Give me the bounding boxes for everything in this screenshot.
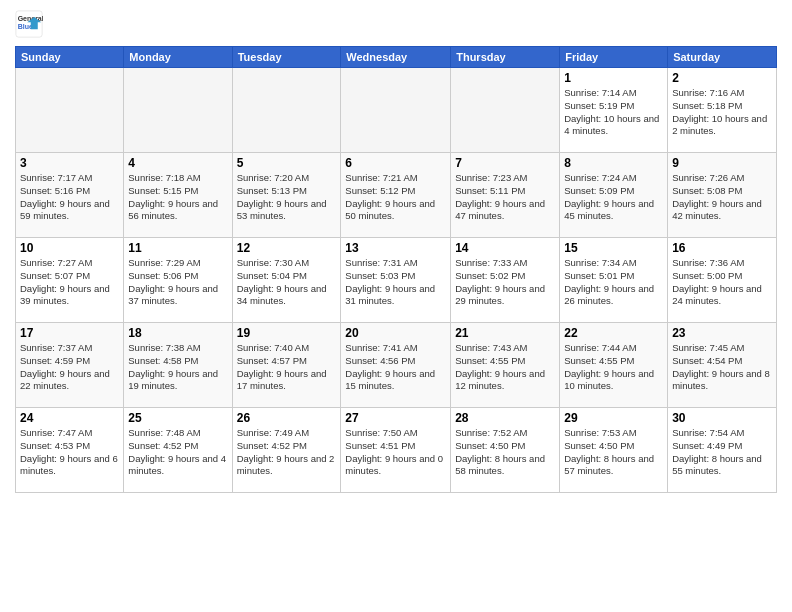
day-info: Sunrise: 7:38 AM Sunset: 4:58 PM Dayligh… xyxy=(128,342,227,393)
day-info: Sunrise: 7:18 AM Sunset: 5:15 PM Dayligh… xyxy=(128,172,227,223)
calendar-cell: 18Sunrise: 7:38 AM Sunset: 4:58 PM Dayli… xyxy=(124,323,232,408)
calendar-cell: 16Sunrise: 7:36 AM Sunset: 5:00 PM Dayli… xyxy=(668,238,777,323)
calendar-cell: 9Sunrise: 7:26 AM Sunset: 5:08 PM Daylig… xyxy=(668,153,777,238)
day-info: Sunrise: 7:50 AM Sunset: 4:51 PM Dayligh… xyxy=(345,427,446,478)
day-number: 10 xyxy=(20,241,119,255)
day-number: 30 xyxy=(672,411,772,425)
day-info: Sunrise: 7:24 AM Sunset: 5:09 PM Dayligh… xyxy=(564,172,663,223)
day-info: Sunrise: 7:31 AM Sunset: 5:03 PM Dayligh… xyxy=(345,257,446,308)
day-info: Sunrise: 7:36 AM Sunset: 5:00 PM Dayligh… xyxy=(672,257,772,308)
day-number: 18 xyxy=(128,326,227,340)
day-number: 16 xyxy=(672,241,772,255)
day-info: Sunrise: 7:43 AM Sunset: 4:55 PM Dayligh… xyxy=(455,342,555,393)
calendar-cell xyxy=(16,68,124,153)
day-info: Sunrise: 7:14 AM Sunset: 5:19 PM Dayligh… xyxy=(564,87,663,138)
day-number: 5 xyxy=(237,156,337,170)
day-info: Sunrise: 7:23 AM Sunset: 5:11 PM Dayligh… xyxy=(455,172,555,223)
day-number: 1 xyxy=(564,71,663,85)
day-number: 4 xyxy=(128,156,227,170)
day-number: 21 xyxy=(455,326,555,340)
day-info: Sunrise: 7:37 AM Sunset: 4:59 PM Dayligh… xyxy=(20,342,119,393)
weekday-header-friday: Friday xyxy=(560,47,668,68)
calendar-cell: 20Sunrise: 7:41 AM Sunset: 4:56 PM Dayli… xyxy=(341,323,451,408)
calendar-table: SundayMondayTuesdayWednesdayThursdayFrid… xyxy=(15,46,777,493)
calendar-cell: 15Sunrise: 7:34 AM Sunset: 5:01 PM Dayli… xyxy=(560,238,668,323)
day-number: 24 xyxy=(20,411,119,425)
week-row-2: 10Sunrise: 7:27 AM Sunset: 5:07 PM Dayli… xyxy=(16,238,777,323)
weekday-header-saturday: Saturday xyxy=(668,47,777,68)
day-number: 17 xyxy=(20,326,119,340)
calendar-cell xyxy=(124,68,232,153)
calendar-cell: 22Sunrise: 7:44 AM Sunset: 4:55 PM Dayli… xyxy=(560,323,668,408)
calendar-cell: 17Sunrise: 7:37 AM Sunset: 4:59 PM Dayli… xyxy=(16,323,124,408)
calendar-cell: 26Sunrise: 7:49 AM Sunset: 4:52 PM Dayli… xyxy=(232,408,341,493)
calendar-cell: 23Sunrise: 7:45 AM Sunset: 4:54 PM Dayli… xyxy=(668,323,777,408)
calendar-cell: 21Sunrise: 7:43 AM Sunset: 4:55 PM Dayli… xyxy=(451,323,560,408)
day-number: 28 xyxy=(455,411,555,425)
day-number: 19 xyxy=(237,326,337,340)
day-info: Sunrise: 7:44 AM Sunset: 4:55 PM Dayligh… xyxy=(564,342,663,393)
day-number: 20 xyxy=(345,326,446,340)
week-row-3: 17Sunrise: 7:37 AM Sunset: 4:59 PM Dayli… xyxy=(16,323,777,408)
calendar-cell: 5Sunrise: 7:20 AM Sunset: 5:13 PM Daylig… xyxy=(232,153,341,238)
day-info: Sunrise: 7:33 AM Sunset: 5:02 PM Dayligh… xyxy=(455,257,555,308)
calendar-cell: 14Sunrise: 7:33 AM Sunset: 5:02 PM Dayli… xyxy=(451,238,560,323)
calendar-cell: 3Sunrise: 7:17 AM Sunset: 5:16 PM Daylig… xyxy=(16,153,124,238)
calendar-cell: 4Sunrise: 7:18 AM Sunset: 5:15 PM Daylig… xyxy=(124,153,232,238)
calendar-cell: 11Sunrise: 7:29 AM Sunset: 5:06 PM Dayli… xyxy=(124,238,232,323)
day-number: 13 xyxy=(345,241,446,255)
day-info: Sunrise: 7:29 AM Sunset: 5:06 PM Dayligh… xyxy=(128,257,227,308)
weekday-header-monday: Monday xyxy=(124,47,232,68)
week-row-1: 3Sunrise: 7:17 AM Sunset: 5:16 PM Daylig… xyxy=(16,153,777,238)
day-number: 11 xyxy=(128,241,227,255)
day-number: 15 xyxy=(564,241,663,255)
weekday-header-row: SundayMondayTuesdayWednesdayThursdayFrid… xyxy=(16,47,777,68)
day-info: Sunrise: 7:26 AM Sunset: 5:08 PM Dayligh… xyxy=(672,172,772,223)
header: General Blue xyxy=(15,10,777,38)
day-info: Sunrise: 7:52 AM Sunset: 4:50 PM Dayligh… xyxy=(455,427,555,478)
day-number: 26 xyxy=(237,411,337,425)
calendar-cell: 29Sunrise: 7:53 AM Sunset: 4:50 PM Dayli… xyxy=(560,408,668,493)
day-info: Sunrise: 7:45 AM Sunset: 4:54 PM Dayligh… xyxy=(672,342,772,393)
calendar-cell xyxy=(451,68,560,153)
calendar-cell: 19Sunrise: 7:40 AM Sunset: 4:57 PM Dayli… xyxy=(232,323,341,408)
day-info: Sunrise: 7:34 AM Sunset: 5:01 PM Dayligh… xyxy=(564,257,663,308)
svg-text:Blue: Blue xyxy=(18,23,33,30)
day-number: 14 xyxy=(455,241,555,255)
day-number: 27 xyxy=(345,411,446,425)
week-row-0: 1Sunrise: 7:14 AM Sunset: 5:19 PM Daylig… xyxy=(16,68,777,153)
calendar-cell: 28Sunrise: 7:52 AM Sunset: 4:50 PM Dayli… xyxy=(451,408,560,493)
day-number: 23 xyxy=(672,326,772,340)
weekday-header-sunday: Sunday xyxy=(16,47,124,68)
day-info: Sunrise: 7:54 AM Sunset: 4:49 PM Dayligh… xyxy=(672,427,772,478)
day-number: 8 xyxy=(564,156,663,170)
week-row-4: 24Sunrise: 7:47 AM Sunset: 4:53 PM Dayli… xyxy=(16,408,777,493)
calendar-cell: 7Sunrise: 7:23 AM Sunset: 5:11 PM Daylig… xyxy=(451,153,560,238)
day-info: Sunrise: 7:53 AM Sunset: 4:50 PM Dayligh… xyxy=(564,427,663,478)
weekday-header-tuesday: Tuesday xyxy=(232,47,341,68)
calendar-cell xyxy=(341,68,451,153)
calendar-cell: 27Sunrise: 7:50 AM Sunset: 4:51 PM Dayli… xyxy=(341,408,451,493)
day-info: Sunrise: 7:17 AM Sunset: 5:16 PM Dayligh… xyxy=(20,172,119,223)
calendar-cell: 24Sunrise: 7:47 AM Sunset: 4:53 PM Dayli… xyxy=(16,408,124,493)
calendar-cell xyxy=(232,68,341,153)
day-info: Sunrise: 7:30 AM Sunset: 5:04 PM Dayligh… xyxy=(237,257,337,308)
day-info: Sunrise: 7:16 AM Sunset: 5:18 PM Dayligh… xyxy=(672,87,772,138)
weekday-header-wednesday: Wednesday xyxy=(341,47,451,68)
day-number: 29 xyxy=(564,411,663,425)
logo-icon: General Blue xyxy=(15,10,43,38)
day-info: Sunrise: 7:40 AM Sunset: 4:57 PM Dayligh… xyxy=(237,342,337,393)
logo: General Blue xyxy=(15,10,45,38)
calendar-cell: 10Sunrise: 7:27 AM Sunset: 5:07 PM Dayli… xyxy=(16,238,124,323)
day-number: 6 xyxy=(345,156,446,170)
day-info: Sunrise: 7:27 AM Sunset: 5:07 PM Dayligh… xyxy=(20,257,119,308)
calendar-cell: 1Sunrise: 7:14 AM Sunset: 5:19 PM Daylig… xyxy=(560,68,668,153)
day-info: Sunrise: 7:47 AM Sunset: 4:53 PM Dayligh… xyxy=(20,427,119,478)
day-info: Sunrise: 7:48 AM Sunset: 4:52 PM Dayligh… xyxy=(128,427,227,478)
calendar-cell: 2Sunrise: 7:16 AM Sunset: 5:18 PM Daylig… xyxy=(668,68,777,153)
day-number: 3 xyxy=(20,156,119,170)
day-number: 12 xyxy=(237,241,337,255)
calendar-cell: 6Sunrise: 7:21 AM Sunset: 5:12 PM Daylig… xyxy=(341,153,451,238)
page-container: General Blue SundayMondayTuesdayWednesda… xyxy=(0,0,792,503)
day-number: 22 xyxy=(564,326,663,340)
